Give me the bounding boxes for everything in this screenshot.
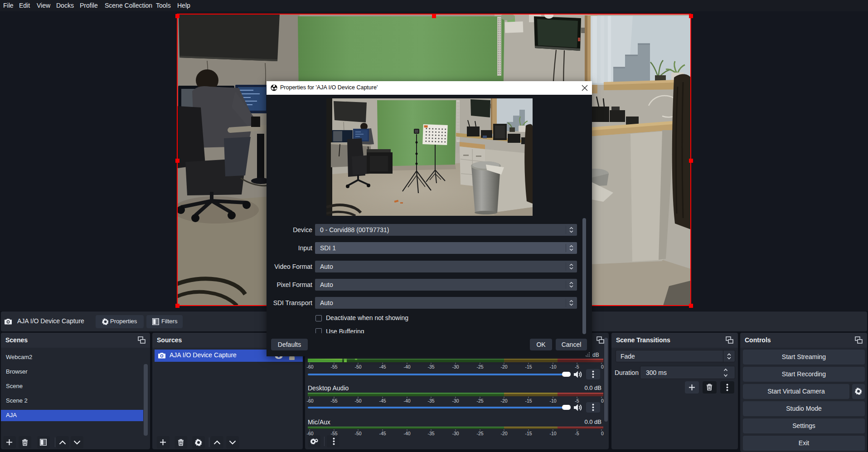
svg-text:-35: -35	[427, 431, 434, 435]
svg-text:-20: -20	[500, 364, 507, 369]
svg-text:0: 0	[601, 431, 604, 435]
svg-text:dB: dB	[592, 352, 599, 358]
svg-text:-30: -30	[452, 431, 459, 435]
svg-text:-25: -25	[476, 431, 483, 435]
svg-text:-5: -5	[575, 431, 579, 435]
svg-text:-5: -5	[575, 364, 579, 369]
svg-text:-60: -60	[306, 364, 313, 369]
svg-text:-40: -40	[403, 364, 410, 369]
svg-text:-45: -45	[379, 431, 386, 435]
svg-text:-55: -55	[330, 364, 337, 369]
svg-text:-35: -35	[427, 364, 434, 369]
svg-text:-50: -50	[354, 364, 361, 369]
svg-text:-15: -15	[525, 431, 532, 435]
svg-text:-60: -60	[306, 431, 313, 435]
svg-text:-45: -45	[379, 364, 386, 369]
svg-text:-25: -25	[476, 364, 483, 369]
svg-text:-20: -20	[500, 431, 507, 435]
svg-text:-30: -30	[452, 364, 459, 369]
svg-text:-40: -40	[403, 431, 410, 435]
svg-text:0: 0	[601, 364, 604, 369]
svg-text:-55: -55	[330, 431, 337, 435]
svg-text:-10: -10	[549, 364, 556, 369]
svg-text:-50: -50	[354, 431, 361, 435]
svg-text:-10: -10	[549, 431, 556, 435]
svg-text:-15: -15	[525, 364, 532, 369]
